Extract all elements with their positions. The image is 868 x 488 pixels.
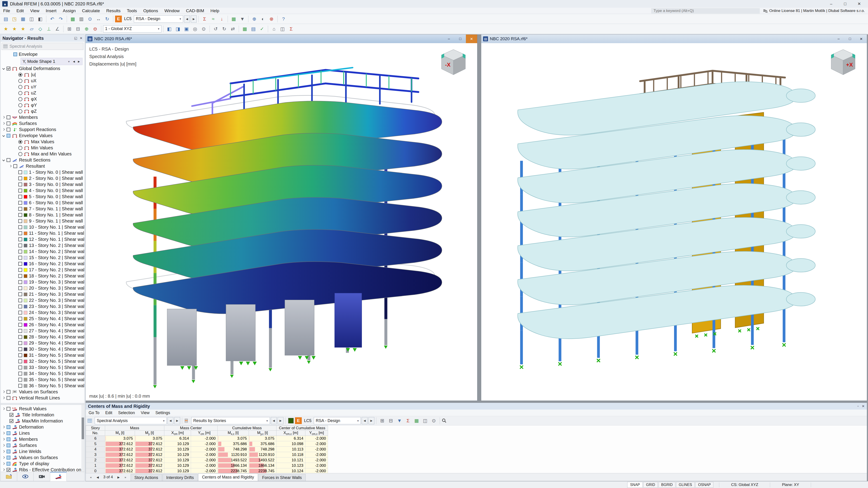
expander-icon[interactable] (2, 462, 5, 465)
checkbox[interactable] (6, 134, 10, 138)
check-model-icon[interactable]: ✓ (258, 25, 266, 33)
prev-icon[interactable]: ◀ (184, 15, 190, 23)
expander-icon[interactable] (2, 134, 5, 137)
work-plane-xz-icon[interactable]: ▣ (182, 25, 191, 33)
tree-item-u-abs[interactable]: |u| (1, 72, 84, 78)
value-cell[interactable]: 10.124 (276, 468, 305, 473)
tree-item-ribs[interactable]: Ribs - Effective Contribution on S (1, 467, 81, 472)
value-cell[interactable]: 1493.522 (249, 457, 276, 463)
new-hinge-icon[interactable]: ∠ (53, 25, 61, 33)
value-cell[interactable]: 10.129 (164, 457, 191, 463)
table-column-header[interactable]: My,c [t] (249, 431, 276, 436)
tree-item-uy[interactable]: uY (1, 84, 84, 90)
open-model-icon[interactable]: ◳ (10, 15, 19, 23)
tree-item-surfaces-display[interactable]: Surfaces (1, 442, 81, 449)
tree-item-shear-wall-26[interactable]: 26 - Story No. 4 | Shear wall No. 32 (1, 322, 84, 328)
checkbox[interactable] (6, 450, 10, 453)
value-cell[interactable]: 748.298 (249, 447, 276, 452)
envelope-badge[interactable]: E (115, 15, 122, 22)
checkbox[interactable] (13, 164, 17, 168)
checkbox[interactable] (18, 225, 22, 229)
zoom-window-icon[interactable]: ⊙ (86, 15, 94, 23)
expander-icon[interactable] (2, 408, 5, 410)
checkbox[interactable] (6, 456, 10, 459)
tree-item-shear-wall-5[interactable]: 5 - Story No. 0 | Shear wall No. 7 (1, 194, 84, 200)
value-cell[interactable]: 372.612 (135, 452, 164, 457)
export-table-icon[interactable]: ▦ (412, 417, 421, 425)
checkbox[interactable] (18, 292, 22, 296)
tree-item-shear-wall-36[interactable]: 36 - Story No. 5 | Shear wall No. 43 (1, 383, 84, 389)
story-cell[interactable]: 2 (86, 457, 105, 463)
value-cell[interactable]: -2.000 (191, 468, 218, 473)
checkbox[interactable] (6, 67, 10, 70)
checkbox[interactable] (18, 335, 22, 339)
tree-item-shear-wall-19[interactable]: 19 - Story No. 3 | Shear wall No. 24 (1, 279, 84, 285)
tree-item-shear-wall-27[interactable]: 27 - Story No. 4 | Shear wall No. 33 (1, 328, 84, 334)
value-cell[interactable]: 10.123 (276, 463, 305, 468)
grid-settings-icon[interactable]: ⊙ (199, 25, 208, 33)
tree-item-line-welds[interactable]: Line Welds (1, 449, 81, 455)
navigation-cube[interactable]: +X (826, 47, 860, 76)
home-view-icon[interactable]: ⌂ (270, 25, 278, 33)
rotate-view-icon[interactable]: ↻ (103, 15, 111, 23)
checkbox[interactable] (18, 378, 22, 382)
report-icon[interactable]: ▤ (249, 25, 257, 33)
tree-scrollbar[interactable] (81, 405, 84, 472)
expander-icon[interactable] (2, 390, 5, 393)
tree-item-type-of-display[interactable]: Type of display (1, 461, 81, 467)
calculate-icon[interactable]: Σ (200, 15, 209, 23)
tree-item-shear-wall-34[interactable]: 34 - Story No. 5 | Shear wall No. 41 (1, 370, 84, 377)
checkbox[interactable] (18, 323, 22, 327)
value-cell[interactable]: 10.098 (276, 441, 305, 447)
checkbox[interactable] (18, 256, 22, 260)
expand-all-icon[interactable]: ⊞ (378, 417, 386, 425)
tree-item-shear-wall-13[interactable]: 13 - Story No. 2 | Shear wall No. 17 (1, 242, 84, 249)
settings-icon[interactable]: ⊙ (430, 417, 438, 425)
viewport-right-titlebar[interactable]: ▤ NBC 2020 RSA.rf6* – □ ✕ (481, 35, 867, 43)
table-menu-settings[interactable]: Settings (153, 411, 173, 415)
prev-icon[interactable]: ◀ (167, 417, 174, 424)
expander-icon[interactable] (2, 426, 5, 429)
value-cell[interactable]: 6.314 (276, 436, 305, 441)
expander-icon[interactable] (9, 165, 12, 168)
tree-item-shear-wall-32[interactable]: 32 - Story No. 5 | Shear wall No. 39 (1, 358, 84, 364)
views-navigator-tab[interactable] (34, 472, 50, 481)
checkbox[interactable] (18, 243, 22, 248)
tree-item-shear-wall-2[interactable]: 2 - Story No. 0 | Shear wall No. 2 (1, 175, 84, 182)
checkbox[interactable] (18, 170, 22, 174)
new-member-icon[interactable]: ★ (19, 25, 27, 33)
menu-item-tools[interactable]: Tools (124, 8, 140, 14)
tree-item-shear-wall-3[interactable]: 3 - Story No. 0 | Shear wall No. 4 (1, 182, 84, 188)
value-cell[interactable]: 10.129 (164, 441, 191, 447)
radio-button[interactable] (18, 109, 22, 113)
add-objects-icon[interactable]: ⊕ (83, 25, 91, 33)
tree-item-lines[interactable]: Lines (1, 430, 81, 436)
tree-item-shear-wall-8[interactable]: 8 - Story No. 1 | Shear wall No. 11 (1, 212, 84, 218)
tree-item-values-on-surfaces[interactable]: xxValues on Surfaces (1, 389, 84, 395)
story-cell[interactable]: 0 (86, 468, 105, 473)
expander-icon[interactable] (2, 450, 5, 453)
keyword-search-input[interactable] (651, 8, 760, 13)
value-cell[interactable]: 10.129 (164, 463, 191, 468)
table-column-header[interactable]: Mx [t] (105, 431, 135, 436)
work-plane-yz-icon[interactable]: ◨ (174, 25, 182, 33)
checkbox[interactable] (6, 128, 10, 131)
value-cell[interactable]: 372.612 (135, 463, 164, 468)
checkbox[interactable] (18, 189, 22, 193)
value-cell[interactable]: -2.000 (191, 463, 218, 468)
last-page-icon[interactable]: » (123, 476, 128, 479)
checkbox[interactable] (18, 219, 22, 223)
value-cell[interactable]: 372.612 (135, 468, 164, 473)
value-cell[interactable]: 372.612 (105, 447, 135, 452)
remove-objects-icon[interactable]: ⊖ (91, 25, 99, 33)
rotate-right-icon[interactable]: ↻ (220, 25, 228, 33)
tree-item-shear-wall-17[interactable]: 17 - Story No. 2 | Shear wall No. 21 (1, 267, 84, 273)
expander-icon[interactable] (2, 456, 5, 459)
tree-item-shear-wall-14[interactable]: 14 - Story No. 2 | Shear wall No. 18 (1, 249, 84, 255)
table-menu-view[interactable]: View (138, 411, 153, 415)
value-cell[interactable]: -2.000 (191, 441, 218, 447)
menu-item-view[interactable]: View (27, 8, 42, 14)
checkbox[interactable] (6, 431, 10, 435)
expander-icon[interactable] (2, 128, 5, 131)
checkbox[interactable] (6, 425, 10, 429)
